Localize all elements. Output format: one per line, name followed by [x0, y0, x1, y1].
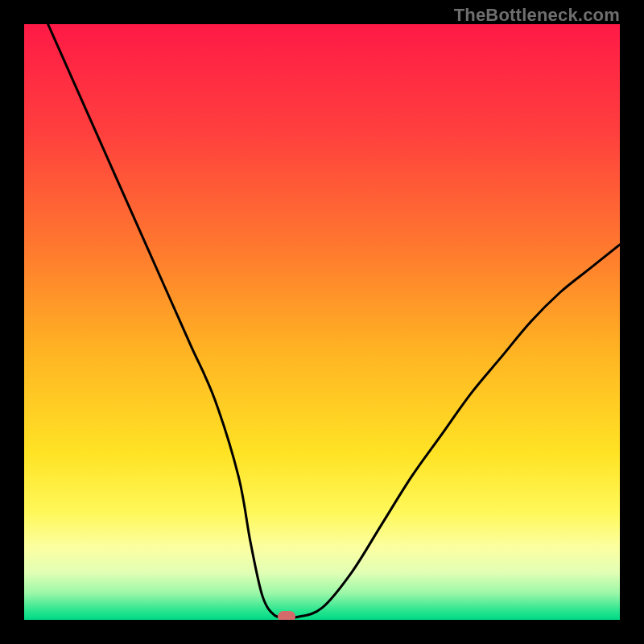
curve-layer	[24, 24, 620, 620]
chart-frame: TheBottleneck.com	[0, 0, 644, 644]
minimum-marker	[278, 611, 295, 620]
bottleneck-curve	[48, 24, 620, 617]
plot-area	[24, 24, 620, 620]
watermark-text: TheBottleneck.com	[454, 5, 620, 26]
